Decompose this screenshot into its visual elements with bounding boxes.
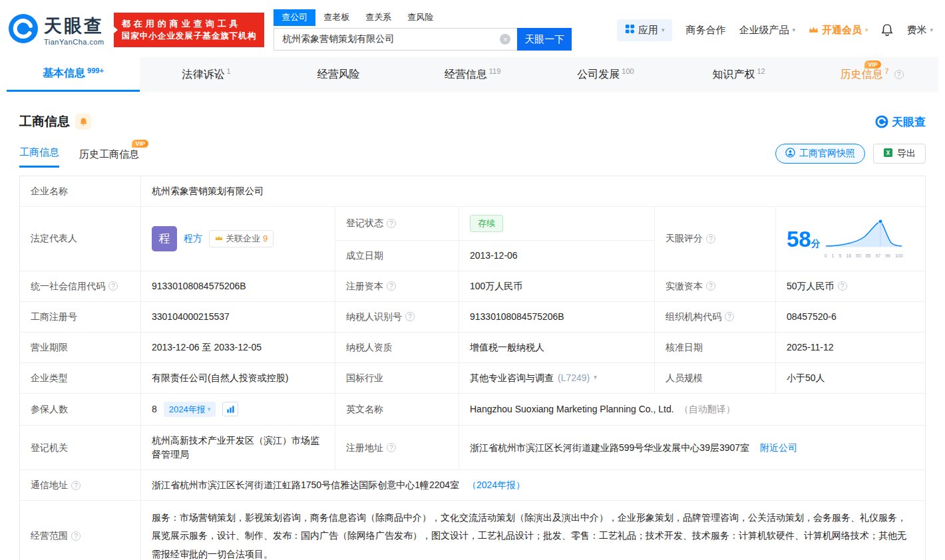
business-info-table: 企业名称 杭州索象营销策划有限公司 法定代表人 程 程方 关联企业 9 登记状态… [19, 176, 926, 560]
tab-history-info[interactable]: VIP 历史信息7 ? [805, 57, 938, 92]
field-value-reg-capital: 100万人民币 [459, 271, 655, 302]
brand-name: 天眼查 [44, 14, 104, 38]
help-icon[interactable]: ? [838, 281, 847, 291]
section-watermark-logo: 天眼查 [875, 114, 926, 130]
help-icon[interactable]: ? [387, 281, 396, 291]
field-value-taxpayer-id: 91330108084575206B [459, 302, 655, 333]
field-label-english-name: 英文名称 [335, 394, 459, 426]
chevron-down-icon: ▾ [865, 27, 868, 33]
field-value-paid-capital: 50万人民币? [776, 271, 925, 302]
field-value-business-scope: 服务：市场营销策划，影视策划咨询，商务信息咨询（除商品中介），文化交流活动策划（… [141, 501, 925, 560]
tianyancha-logo-icon [8, 13, 39, 47]
section-title: 工商信息 [19, 113, 70, 130]
field-label-approval-date: 核准日期 [655, 333, 776, 363]
field-value-org-code: 08457520-6 [776, 302, 925, 333]
tianyancha-logo[interactable]: 天眼查 TianYanCha.com [8, 13, 104, 47]
annual-report-badge[interactable]: 2024年报 ▾ [164, 402, 216, 418]
status-badge: 存续 [470, 215, 503, 232]
field-value-company-type: 有限责任公司(自然人投资或控股) [141, 363, 335, 394]
monitor-bell-icon[interactable] [75, 114, 91, 130]
search-tab-relation[interactable]: 查关系 [357, 9, 399, 26]
help-icon[interactable]: ? [894, 70, 904, 79]
field-label-legal-rep: 法定代表人 [20, 207, 141, 271]
legal-rep-avatar[interactable]: 程 [152, 226, 177, 251]
field-label-staff-size: 人员规模 [655, 363, 776, 394]
help-icon[interactable]: ? [706, 234, 715, 243]
official-snapshot-button[interactable]: 工商官网快照 [775, 144, 865, 164]
subtab-business-info[interactable]: 工商信息 [19, 146, 59, 168]
user-account-menu[interactable]: 费米 ▾ [906, 24, 933, 37]
help-icon[interactable]: ? [725, 312, 734, 321]
snapshot-icon [785, 148, 795, 160]
notification-bell-icon[interactable] [881, 23, 893, 37]
field-label-business-term: 营业期限 [20, 333, 141, 363]
tab-operation-info[interactable]: 经营信息119 [406, 57, 539, 92]
annual-report-link[interactable]: （2024年报） [467, 480, 525, 490]
chevron-down-icon: ▾ [208, 405, 211, 414]
field-label-comm-address: 通信地址? [20, 470, 141, 501]
help-icon[interactable]: ? [71, 481, 81, 490]
brand-domain: TianYanCha.com [44, 38, 104, 46]
search-button[interactable]: 天眼一下 [517, 28, 572, 51]
crown-icon [215, 232, 223, 245]
open-vip-menu[interactable]: 开通会员 ▾ [809, 24, 868, 37]
company-section-tabs: 基本信息999+ 法律诉讼1 经营风险 经营信息119 公司发展100 知识产权… [7, 57, 938, 92]
tab-operation-risk[interactable]: 经营风险 [273, 57, 406, 92]
chevron-down-icon[interactable]: ▾ [594, 373, 597, 382]
nearby-companies-link[interactable]: 附近公司 [760, 442, 797, 453]
chevron-down-icon: ▾ [662, 27, 665, 33]
vip-badge: VIP [132, 140, 148, 148]
search-input[interactable] [274, 28, 517, 51]
search-tab-risk[interactable]: 查风险 [399, 9, 441, 26]
field-value-taxpayer-quality: 增值税一般纳税人 [459, 333, 655, 363]
field-value-reg-authority: 杭州高新技术产业开发区（滨江）市场监督管理局 [141, 426, 335, 470]
field-value-legal-rep: 程 程方 关联企业 9 [141, 207, 335, 271]
tab-legal-litigation[interactable]: 法律诉讼1 [140, 57, 273, 92]
help-icon[interactable]: ? [71, 531, 81, 541]
related-companies-badge[interactable]: 关联企业 9 [209, 230, 274, 247]
field-label-reg-address: 注册地址? [335, 426, 459, 470]
field-label-establish-date: 成立日期 [335, 241, 459, 271]
help-icon[interactable]: ? [405, 312, 415, 321]
help-icon[interactable]: ? [706, 281, 715, 291]
export-button[interactable]: 导出 [873, 144, 926, 164]
industry-code: (L7249) [558, 371, 590, 385]
field-label-taxpayer-id: 纳税人识别号? [335, 302, 459, 333]
help-icon[interactable]: ? [387, 443, 396, 452]
business-cooperation-link[interactable]: 商务合作 [685, 24, 725, 37]
field-label-insured-count: 参保人数 [20, 394, 141, 426]
field-label-reg-status: 登记状态? [335, 207, 459, 241]
field-value-reg-address: 浙江省杭州市滨江区长河街道建业路599号华业发展中心39层3907室 附近公司 [459, 426, 925, 470]
tab-intellectual-property[interactable]: 知识产权12 [672, 57, 805, 92]
tab-basic-info[interactable]: 基本信息999+ [7, 57, 140, 92]
field-label-taxpayer-quality: 纳税人资质 [335, 333, 459, 363]
legal-rep-name-link[interactable]: 程方 [184, 231, 202, 245]
search-tab-company[interactable]: 查公司 [274, 9, 315, 26]
header-right-nav: 应用 ▾ 商务合作 企业级产品 ▾ 开通会员 ▾ 费米 ▾ [617, 19, 933, 41]
field-label-paid-capital: 实缴资本? [655, 271, 776, 302]
field-label-score: 天眼评分? [655, 207, 776, 271]
field-value-comm-address: 浙江省杭州市滨江区长河街道江虹路1750号信雅达国际创意中心1幢2204室 （2… [141, 470, 925, 501]
field-label-reg-capital: 注册资本? [335, 271, 459, 302]
field-value-insured-count: 8 2024年报 ▾ [141, 394, 335, 426]
help-icon[interactable]: ? [108, 281, 118, 291]
score-distribution-chart: 0151650859799100 [825, 219, 903, 260]
help-icon[interactable]: ? [387, 219, 396, 228]
search-tab-boss[interactable]: 查老板 [315, 9, 357, 26]
field-label-company-type: 企业类型 [20, 363, 141, 394]
subtab-history-business-info[interactable]: VIP 历史工商信息 [79, 148, 139, 168]
chevron-down-icon: ▾ [930, 27, 933, 33]
field-value-reg-number: 330104000215537 [141, 302, 335, 333]
insured-trend-icon[interactable] [222, 402, 238, 416]
chevron-down-icon: ▾ [792, 27, 795, 33]
apps-menu[interactable]: 应用 ▾ [617, 19, 673, 41]
brand-slogan: 都在用的商业查询工具 国家中小企业发展子基金旗下机构 [114, 13, 265, 48]
vip-badge: VIP [864, 61, 881, 69]
field-label-reg-authority: 登记机关 [20, 426, 141, 470]
field-label-reg-number: 工商注册号 [20, 302, 141, 333]
tab-company-development[interactable]: 公司发展100 [539, 57, 672, 92]
auto-translate-note: （自动翻译） [679, 402, 735, 416]
enterprise-products-menu[interactable]: 企业级产品 ▾ [739, 24, 795, 37]
field-value-staff-size: 小于50人 [776, 363, 925, 394]
field-value-credit-code: 91330108084575206B [141, 271, 335, 302]
